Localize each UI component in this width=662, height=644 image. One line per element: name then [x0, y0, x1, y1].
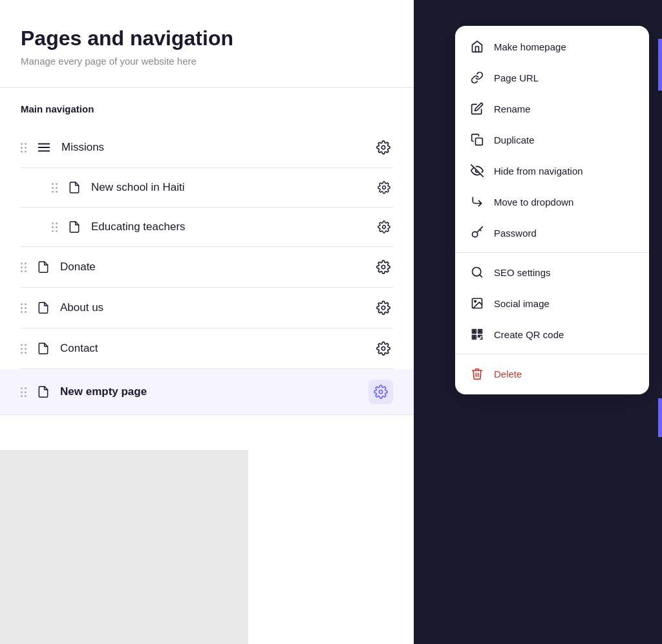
svg-point-4 — [383, 186, 386, 189]
donate-gear-button[interactable] — [374, 257, 393, 277]
menu-item-rename[interactable]: Rename — [455, 93, 649, 124]
svg-rect-28 — [473, 337, 475, 339]
menu-rename-label: Rename — [494, 103, 531, 114]
menu-item-seo-settings[interactable]: SEO settings — [455, 257, 649, 288]
nav-item-educating-teachers: Educating teachers — [21, 208, 393, 247]
svg-rect-26 — [473, 330, 475, 332]
drag-handle-missions[interactable] — [21, 143, 27, 153]
new-empty-page-gear-button[interactable] — [368, 380, 393, 404]
missions-gear-button[interactable] — [374, 138, 393, 157]
nav-item-about-us: About us — [21, 288, 393, 328]
about-us-label: About us — [60, 301, 374, 314]
new-school-label: New school in Haiti — [91, 181, 375, 194]
educating-teachers-page-icon — [68, 220, 81, 233]
page-title: Pages and navigation — [21, 26, 393, 50]
copy-icon — [471, 133, 484, 146]
svg-point-8 — [381, 347, 385, 351]
menu-create-qr-label: Create QR code — [494, 329, 564, 340]
missions-label: Missions — [61, 141, 374, 154]
new-empty-page-icon — [37, 385, 50, 398]
svg-point-6 — [381, 266, 385, 270]
educating-teachers-label: Educating teachers — [91, 220, 375, 233]
page-subtitle: Manage every page of your website here — [21, 56, 393, 67]
donate-label: Donate — [60, 261, 374, 274]
contact-page-icon — [37, 342, 50, 355]
hide-icon — [471, 164, 484, 177]
trash-icon — [471, 367, 484, 380]
header-divider — [0, 87, 414, 88]
move-icon — [471, 195, 484, 208]
menu-move-to-dropdown-label: Move to dropdown — [494, 197, 573, 208]
drag-handle-about-us[interactable] — [21, 303, 27, 313]
menu-delete-label: Delete — [494, 369, 522, 380]
menu-page-url-label: Page URL — [494, 72, 539, 83]
purple-accent-top — [658, 39, 662, 91]
menu-divider-2 — [455, 354, 649, 354]
new-school-page-icon — [68, 181, 81, 194]
svg-rect-10 — [476, 138, 483, 145]
svg-point-5 — [383, 226, 386, 229]
purple-accent-bottom — [658, 398, 662, 437]
qr-icon — [471, 328, 484, 341]
pencil-icon — [471, 102, 484, 115]
drag-handle-new-empty-page[interactable] — [21, 387, 27, 397]
menu-social-image-label: Social image — [494, 298, 550, 309]
about-us-page-icon — [37, 301, 50, 314]
contact-gear-button[interactable] — [374, 339, 393, 358]
search-icon — [471, 266, 484, 279]
svg-line-16 — [480, 275, 482, 277]
menu-item-delete[interactable]: Delete — [455, 358, 649, 389]
svg-point-7 — [381, 306, 385, 310]
svg-point-12 — [473, 232, 478, 237]
main-nav-label: Main navigation — [21, 103, 393, 114]
educating-teachers-gear-button[interactable] — [375, 218, 393, 236]
contact-label: Contact — [60, 342, 374, 355]
drag-handle-contact[interactable] — [21, 344, 27, 354]
menu-seo-settings-label: SEO settings — [494, 267, 551, 278]
nav-item-missions: Missions — [21, 127, 393, 168]
menu-password-label: Password — [494, 228, 537, 239]
link-icon — [471, 71, 484, 84]
menu-item-duplicate[interactable]: Duplicate — [455, 124, 649, 155]
new-school-gear-button[interactable] — [375, 178, 393, 197]
right-panel-bottom-bg — [0, 450, 248, 644]
about-us-gear-button[interactable] — [374, 298, 393, 317]
context-menu: Make homepage Page URL Rename Du — [455, 26, 649, 394]
donate-page-icon — [37, 261, 50, 274]
drag-handle-donate[interactable] — [21, 263, 27, 272]
home-icon — [471, 40, 484, 53]
menu-item-make-homepage[interactable]: Make homepage — [455, 31, 649, 62]
menu-item-social-image[interactable]: Social image — [455, 288, 649, 319]
svg-point-18 — [475, 301, 476, 303]
svg-rect-22 — [478, 336, 480, 338]
menu-item-create-qr[interactable]: Create QR code — [455, 319, 649, 350]
svg-point-3 — [381, 146, 385, 150]
nav-item-new-school: New school in Haiti — [21, 168, 393, 208]
nav-item-donate: Donate — [21, 247, 393, 288]
drag-handle-educating-teachers[interactable] — [52, 222, 58, 232]
missions-folder-icon — [37, 140, 51, 155]
svg-rect-27 — [479, 330, 481, 332]
image-icon — [471, 297, 484, 310]
key-icon — [471, 226, 484, 239]
menu-item-hide-from-nav[interactable]: Hide from navigation — [455, 155, 649, 186]
menu-item-move-to-dropdown[interactable]: Move to dropdown — [455, 186, 649, 217]
nav-item-new-empty-page: New empty page — [0, 369, 414, 415]
menu-item-page-url[interactable]: Page URL — [455, 62, 649, 93]
menu-item-password[interactable]: Password — [455, 217, 649, 248]
menu-duplicate-label: Duplicate — [494, 134, 535, 145]
nav-item-contact: Contact — [21, 328, 393, 369]
drag-handle-new-school[interactable] — [52, 183, 58, 193]
new-empty-page-label: New empty page — [60, 385, 368, 398]
menu-make-homepage-label: Make homepage — [494, 41, 566, 52]
menu-hide-from-nav-label: Hide from navigation — [494, 166, 583, 177]
svg-point-9 — [379, 391, 383, 394]
svg-line-14 — [480, 230, 481, 231]
menu-divider-1 — [455, 252, 649, 253]
